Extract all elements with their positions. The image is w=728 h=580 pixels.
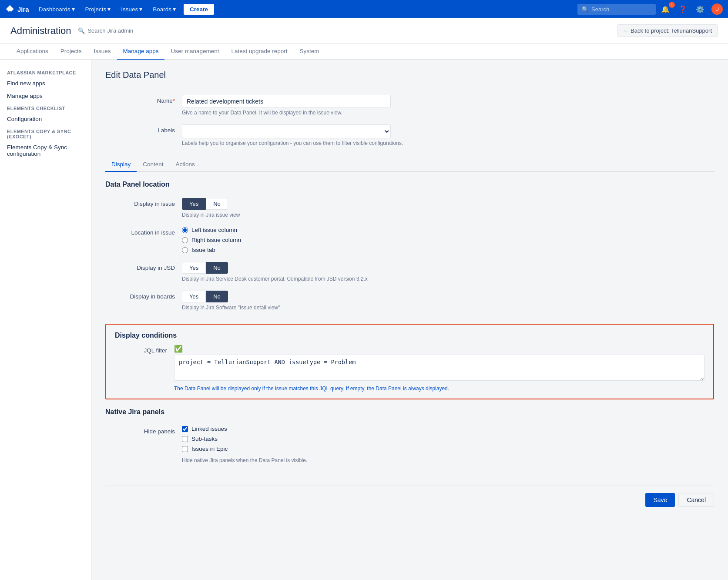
display-in-jsd-toggle: Yes No (182, 262, 714, 274)
display-in-jsd-row: Display in JSD Yes No Display in Jira Se… (105, 258, 714, 286)
display-in-jsd-control: Yes No Display in Jira Service Desk cust… (182, 262, 714, 282)
search-input[interactable] (591, 6, 648, 13)
hide-panels-row: Hide panels Linked issues Sub-tasks Issu… (105, 421, 714, 468)
location-in-issue-control: Left issue column Right issue column Iss… (182, 227, 714, 253)
display-in-boards-row: Display in boards Yes No Display in Jira… (105, 286, 714, 315)
hide-panels-control: Linked issues Sub-tasks Issues in Epic H… (182, 426, 714, 463)
tab-system[interactable]: System (294, 44, 325, 60)
data-panel-location-title: Data Panel location (105, 181, 714, 188)
checkbox-linked-issues[interactable]: Linked issues (182, 426, 714, 432)
display-in-issue-control: Yes No Display in Jira issue view (182, 198, 714, 218)
location-in-issue-row: Location in issue Left issue column Righ… (105, 222, 714, 258)
tab-manage-apps[interactable]: Manage apps (117, 44, 165, 60)
sidebar-item-configuration[interactable]: Configuration (0, 113, 91, 125)
panel-tab-display[interactable]: Display (105, 158, 137, 172)
display-in-issue-yes-button[interactable]: Yes (182, 198, 206, 210)
checkbox-sub-tasks-input[interactable] (182, 436, 188, 442)
radio-right-column-label: Right issue column (191, 237, 241, 243)
location-in-issue-label: Location in issue (105, 227, 175, 236)
hide-panels-label: Hide panels (105, 426, 175, 435)
arrow-left-icon: ← (623, 27, 629, 34)
display-in-boards-yes-button[interactable]: Yes (182, 291, 206, 302)
projects-menu[interactable]: Projects ▾ (81, 4, 115, 14)
display-in-boards-no-button[interactable]: No (206, 291, 228, 302)
jql-content: ✅ project = TellurianSupport AND issuety… (174, 345, 705, 382)
main-content: Edit Data Panel Name* Give a name to you… (91, 60, 728, 580)
jql-textarea[interactable]: project = TellurianSupport AND issuetype… (174, 355, 705, 381)
help-button[interactable]: ❓ (675, 3, 691, 15)
labels-form-control: Labels help you to organise your configu… (182, 124, 714, 146)
display-in-jsd-label: Display in JSD (105, 262, 175, 271)
sidebar-section-marketplace: ATLASSIAN MARKETPLACE (0, 67, 91, 77)
labels-select[interactable] (182, 124, 391, 138)
settings-button[interactable]: ⚙️ (692, 3, 708, 15)
cancel-button[interactable]: Cancel (678, 493, 714, 507)
sidebar-item-manage-apps[interactable]: Manage apps (0, 90, 91, 102)
tab-user-management[interactable]: User management (164, 44, 225, 60)
tab-issues[interactable]: Issues (88, 44, 117, 60)
user-avatar[interactable]: U (711, 3, 723, 15)
sidebar-item-find-new-apps[interactable]: Find new apps (0, 77, 91, 90)
page-title: Administration (10, 25, 71, 37)
jira-logo[interactable]: Jira (5, 4, 29, 14)
jql-valid-icon: ✅ (174, 345, 705, 353)
create-button[interactable]: Create (184, 4, 214, 15)
bell-icon: 🔔 (661, 6, 670, 13)
labels-hint: Labels help you to organise your configu… (182, 140, 714, 146)
boards-menu[interactable]: Boards ▾ (148, 4, 180, 14)
checkbox-issues-in-epic[interactable]: Issues in Epic (182, 446, 714, 452)
sidebar-section-elements-copy-sync: ELEMENTS COPY & SYNC (EXOCET) (0, 125, 91, 141)
sidebar-item-elements-copy-sync[interactable]: Elements Copy & Sync configuration (0, 141, 91, 160)
dashboards-menu[interactable]: Dashboards ▾ (34, 4, 79, 14)
native-panels-title: Native Jira panels (105, 408, 714, 416)
search-icon: 🔍 (78, 27, 85, 34)
name-input[interactable] (182, 95, 391, 108)
save-button[interactable]: Save (645, 493, 675, 507)
checkbox-sub-tasks-label: Sub-tasks (191, 436, 218, 442)
display-in-issue-toggle: Yes No (182, 198, 714, 210)
panel-tab-bar: Display Content Actions (105, 158, 714, 172)
name-label: Name* (105, 95, 175, 104)
radio-left-column-input[interactable] (182, 227, 188, 233)
checkbox-issues-in-epic-input[interactable] (182, 446, 188, 452)
checkbox-sub-tasks[interactable]: Sub-tasks (182, 436, 714, 442)
top-navigation: Jira Dashboards ▾ Projects ▾ Issues ▾ Bo… (0, 0, 728, 18)
name-hint: Give a name to your Data Panel. It will … (182, 110, 714, 116)
radio-left-column[interactable]: Left issue column (182, 227, 714, 233)
display-conditions-title: Display conditions (115, 332, 705, 339)
global-search[interactable]: 🔍 (577, 4, 656, 15)
admin-search[interactable]: 🔍 Search Jira admin (78, 27, 133, 34)
display-in-jsd-yes-button[interactable]: Yes (182, 262, 206, 274)
radio-issue-tab[interactable]: Issue tab (182, 247, 714, 253)
panel-tab-content[interactable]: Content (137, 158, 169, 172)
display-in-issue-row: Display in issue Yes No Display in Jira … (105, 194, 714, 222)
display-in-jsd-no-button[interactable]: No (206, 262, 228, 274)
display-in-jsd-hint: Display in Jira Service Desk customer po… (182, 276, 714, 282)
display-in-boards-hint: Display in Jira Software "Issue detail v… (182, 305, 714, 311)
radio-right-column-input[interactable] (182, 237, 188, 243)
sidebar: ATLASSIAN MARKETPLACE Find new apps Mana… (0, 60, 91, 580)
tab-applications[interactable]: Applications (10, 44, 54, 60)
labels-label: Labels (105, 124, 175, 134)
display-in-issue-hint: Display in Jira issue view (182, 212, 714, 218)
panel-tab-actions[interactable]: Actions (170, 158, 201, 172)
display-conditions-section: Display conditions JQL filter ✅ project … (105, 324, 714, 399)
sidebar-section-elements-checklist: ELEMENTS CHECKLIST (0, 102, 91, 113)
display-in-issue-label: Display in issue (105, 198, 175, 207)
radio-issue-tab-input[interactable] (182, 247, 188, 253)
notifications-button[interactable]: 🔔 1 (658, 3, 673, 15)
checkbox-linked-issues-input[interactable] (182, 426, 188, 432)
tab-projects[interactable]: Projects (54, 44, 88, 60)
back-to-project-button[interactable]: ← Back to project: TellurianSupport (617, 24, 718, 37)
name-field-row: Name* Give a name to your Data Panel. It… (105, 91, 714, 120)
radio-right-column[interactable]: Right issue column (182, 237, 714, 243)
display-in-boards-toggle: Yes No (182, 291, 714, 302)
display-in-boards-control: Yes No Display in Jira Software "Issue d… (182, 291, 714, 311)
tab-upgrade-report[interactable]: Latest upgrade report (225, 44, 293, 60)
search-icon: 🔍 (582, 6, 589, 13)
notification-badge: 1 (669, 2, 675, 8)
edit-panel-title: Edit Data Panel (105, 70, 714, 80)
admin-tab-bar: Applications Projects Issues Manage apps… (0, 44, 728, 60)
display-in-issue-no-button[interactable]: No (206, 198, 228, 210)
issues-menu[interactable]: Issues ▾ (117, 4, 147, 14)
